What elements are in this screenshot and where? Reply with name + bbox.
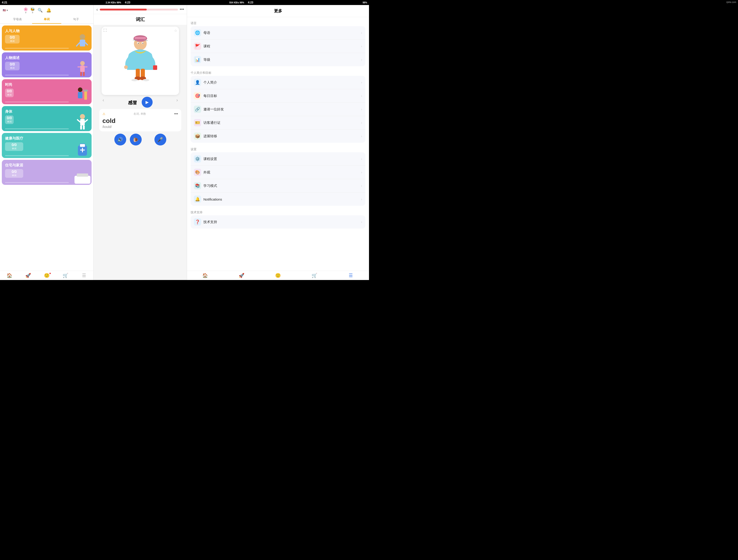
card-title-2: 时尚: [5, 82, 14, 87]
chevron-0-2: ›: [361, 58, 362, 61]
menu-item-course-settings[interactable]: ⚙️ 课程设置 ›: [191, 152, 365, 166]
svg-rect-15: [80, 119, 85, 125]
phonetic: /kould/: [102, 125, 178, 129]
tab-sentences[interactable]: 句子: [61, 15, 91, 23]
nav-home[interactable]: 🏠: [0, 273, 19, 278]
menu-item-notifications[interactable]: 🔔 Notifications ›: [191, 192, 365, 206]
sick-person-illustration: [115, 32, 165, 89]
svg-rect-7: [85, 66, 87, 67]
card-title-0: 人与人物: [5, 29, 20, 33]
action-buttons: 🔊 🐌 🎤: [112, 131, 168, 148]
card-title-3: 身体: [5, 109, 14, 114]
card-count-5: 0/0 单词: [5, 169, 23, 178]
status-bar-left: 4:21 2.34 KB/s 99%: [0, 0, 123, 5]
svg-point-31: [138, 43, 139, 44]
back-button[interactable]: ‹: [96, 7, 98, 12]
menu-item-progress-transfer[interactable]: 📦 进展转移 ›: [191, 129, 365, 143]
bee-icon: 🐝: [30, 7, 35, 11]
tab-words[interactable]: 单词: [32, 15, 61, 24]
left-header: 🇺🇸 ▾ 🌸 0 🐝 0 🔍 🔔: [0, 5, 93, 15]
menu-item-tech-support[interactable]: ❓ 技术支持 ›: [191, 215, 365, 228]
vocab-title: 词汇: [94, 14, 187, 25]
svg-point-40: [131, 79, 138, 81]
star-button[interactable]: ☆: [174, 28, 177, 33]
study-mode-label: 学习模式: [204, 184, 361, 188]
menu-item-profile[interactable]: 👤 个人简介 ›: [191, 76, 365, 89]
card-left-3: 身体 0/0 单词: [5, 109, 14, 124]
svg-rect-19: [83, 125, 85, 129]
category-card-1[interactable]: 人物描述 0/0 单词: [2, 52, 91, 77]
nav-profile[interactable]: 🙂: [37, 273, 56, 278]
menu-item-visitor-pass[interactable]: 🎫 访客通行证 ›: [191, 116, 365, 129]
svg-rect-1: [80, 40, 85, 46]
search-button[interactable]: 🔍: [37, 7, 43, 14]
sound-button[interactable]: 🔊: [114, 134, 126, 145]
menu-item-invite[interactable]: 🔗 邀请一位好友 ›: [191, 103, 365, 116]
svg-point-41: [143, 79, 149, 81]
daily-goal-label: 每日目标: [204, 94, 361, 98]
chevron-0-0: ›: [361, 31, 362, 35]
time-mid: 4:23: [125, 1, 130, 4]
course-settings-icon: ⚙️: [194, 155, 201, 162]
menu-list: 语言 🌐 母语 › 🚩 课程 › 📊 等级 › 个人简介和目标: [187, 17, 369, 271]
menu-item-study-mode[interactable]: 📚 学习模式 ›: [191, 179, 365, 192]
more-button[interactable]: •••: [180, 7, 184, 12]
right-bottom-nav: 🏠 🚀 🙂 🛒 ☰: [187, 271, 369, 280]
right-nav-shop[interactable]: 🛒: [296, 273, 333, 278]
count-num-0: 0/0: [10, 35, 15, 40]
svg-rect-25: [77, 173, 88, 177]
menu-item-appearance[interactable]: 🎨 外观 ›: [191, 166, 365, 179]
expand-button[interactable]: ⛶: [103, 28, 107, 32]
card-left-0: 人与人物 0/0 单词: [5, 29, 20, 43]
prev-arrow[interactable]: ‹: [99, 96, 107, 104]
count-num-4: 0/0: [12, 143, 17, 147]
progress-bar: [100, 9, 178, 10]
tab-alphabet[interactable]: 字母表: [3, 15, 32, 23]
count-num-3: 0/0: [7, 116, 12, 120]
next-arrow[interactable]: ›: [173, 96, 181, 104]
play-button[interactable]: ▶: [142, 97, 152, 108]
card-illus-5: [71, 164, 91, 185]
svg-point-14: [80, 114, 85, 119]
category-card-4[interactable]: 健康与医疗 0/0 单词: [2, 133, 91, 158]
card-illus-2: [71, 84, 91, 104]
category-card-2[interactable]: 时尚 0/0 单词: [2, 79, 91, 104]
left-bottom-nav: 🏠 🚀 🙂 🛒 ☰: [0, 271, 93, 280]
daily-goal-icon: 🎯: [194, 92, 201, 99]
category-card-3[interactable]: 身体 0/0 单词: [2, 106, 91, 131]
section-label-3: 技术支持: [191, 208, 365, 215]
progress-transfer-icon: 📦: [194, 132, 201, 140]
menu-item-daily-goal[interactable]: 🎯 每日目标 ›: [191, 89, 365, 103]
nav-explore[interactable]: 🚀: [19, 273, 37, 278]
nav-menu[interactable]: ☰: [75, 273, 93, 278]
icons-left: 2.34 KB/s 99%: [106, 1, 121, 4]
time-left: 4:21: [2, 1, 7, 4]
category-card-5[interactable]: 住宅与家居 0/0 单词: [2, 160, 91, 185]
category-card-0[interactable]: 人与人物 0/0 单词: [2, 25, 91, 51]
nav-shop[interactable]: 🛒: [56, 273, 75, 278]
main-content: 🇺🇸 ▾ 🌸 0 🐝 0 🔍 🔔 字母表 单词 句子: [0, 5, 369, 280]
right-nav-home[interactable]: 🏠: [187, 273, 224, 278]
def-more-button[interactable]: •••: [174, 112, 178, 116]
right-nav-more[interactable]: ☰: [333, 273, 369, 278]
svg-point-0: [80, 34, 85, 40]
notifications-label: Notifications: [204, 197, 361, 201]
status-bar-right: 4:23 98%: [246, 0, 369, 5]
right-nav-profile[interactable]: 🙂: [260, 273, 296, 278]
card-left-2: 时尚 0/0 单词: [5, 82, 14, 97]
right-nav-explore[interactable]: 🚀: [224, 273, 260, 278]
svg-point-33: [124, 65, 128, 69]
menu-item-course[interactable]: 🚩 课程 ›: [191, 40, 365, 53]
flag-button[interactable]: 🇺🇸 ▾: [3, 9, 8, 12]
snail-button[interactable]: 🐌: [130, 134, 142, 145]
svg-rect-6: [77, 66, 80, 67]
menu-item-level[interactable]: 📊 等级 ›: [191, 53, 365, 66]
chevron-1-4: ›: [361, 134, 362, 138]
progress-2: [5, 101, 69, 102]
menu-item-native-lang[interactable]: 🌐 母语 ›: [191, 26, 365, 40]
count-label-2: 单词: [7, 93, 12, 96]
mic-button[interactable]: 🎤: [154, 134, 166, 145]
bell-button[interactable]: 🔔: [45, 7, 52, 14]
chevron-2-0: ›: [361, 157, 362, 161]
battery-mid: 98%: [240, 1, 244, 4]
